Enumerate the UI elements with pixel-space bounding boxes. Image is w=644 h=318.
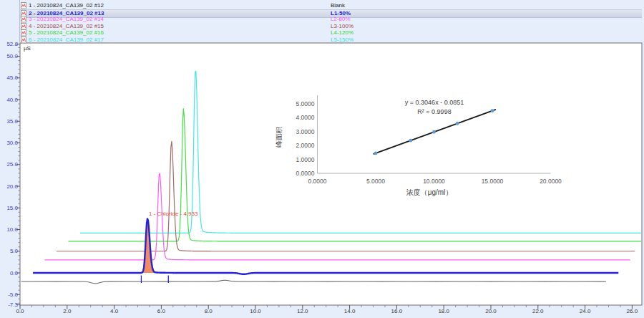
legend-level-label: L3-100%: [331, 23, 353, 30]
legend-injection-name: 5 - 20210824_CA139_02 #16: [29, 29, 104, 37]
legend-injection-name: 4 - 20210824_CA139_02 #15: [29, 23, 104, 30]
chromatogram-plot[interactable]: [0, 0, 644, 318]
injection-chromatogram-icon: [21, 2, 27, 9]
y-axis-tick-label: 35.0: [0, 118, 18, 125]
y-axis-limit-label: -7.3: [0, 302, 18, 308]
legend-injection-name: 3 - 20210824_CA139_02 #14: [29, 16, 104, 23]
inset-x-tick-label: 15.0000: [474, 178, 510, 185]
inset-y-axis-title: 峰面积: [275, 105, 284, 170]
y-axis-tick-label: -5.0: [0, 292, 18, 298]
legend-level-label: L5-150%: [331, 37, 353, 44]
injection-legend: 1 - 20210824_CA139_02 #12Blank2 - 202108…: [0, 0, 644, 43]
x-axis-tick-label: 14.0: [339, 308, 361, 314]
legend-row-injection-5[interactable]: 5 - 20210824_CA139_02 #16L4-120%: [20, 29, 642, 37]
inset-x-tick-label: 10.0000: [416, 178, 452, 185]
injection-chromatogram-icon: [21, 29, 27, 37]
injection-chromatogram-icon: [21, 37, 27, 44]
inset-y-tick-label: 5.0000: [284, 100, 315, 107]
y-axis-tick-label: 10.0: [0, 226, 18, 233]
inset-y-tick-label: 1.0000: [284, 156, 315, 163]
inset-x-tick-label: 5.0000: [358, 178, 394, 185]
x-axis-tick-label: 16.0: [386, 308, 407, 314]
inset-y-tick-label: 2.0000: [284, 142, 315, 149]
y-axis-tick-label: 5.0: [0, 248, 18, 254]
injection-chromatogram-icon: [21, 23, 27, 30]
y-axis-tick-label: 0.0: [0, 270, 18, 276]
plot-area[interactable]: [20, 43, 642, 305]
inset-x-tick-label: 20.0000: [533, 178, 569, 185]
calibration-point: [432, 130, 436, 134]
x-axis-tick-label: 18.0: [433, 308, 454, 314]
legend-injection-name: 6 - 20210824_CA139_02 #17: [29, 37, 104, 44]
x-axis-tick-label: 6.0: [150, 308, 172, 314]
calibration-point: [374, 152, 378, 155]
y-axis-tick-label: 30.0: [0, 140, 18, 146]
x-axis-tick-label: 24.0: [575, 308, 596, 314]
inset-x-tick-label: 0.0000: [300, 178, 336, 185]
calibration-point: [456, 122, 459, 125]
y-axis-tick-label: 20.0: [0, 183, 18, 190]
x-axis-tick-label: 26.0: [621, 308, 643, 314]
legend-row-injection-1[interactable]: 1 - 20210824_CA139_02 #12Blank: [20, 2, 642, 9]
x-axis-tick-label: 22.0: [527, 308, 549, 314]
inset-x-axis-title: 浓度（μg/ml）: [372, 188, 487, 198]
trendline-r-squared: R² = 0.9998: [363, 108, 506, 115]
y-axis-tick-label: 50.0: [0, 53, 18, 59]
y-axis-tick-label: 15.0: [0, 205, 18, 211]
legend-level-label: L4-120%: [331, 29, 353, 37]
x-axis-tick-label: 8.0: [197, 308, 219, 314]
y-axis-unit-label: µS: [24, 45, 31, 52]
inset-y-tick-label: 4.0000: [284, 114, 315, 121]
y-axis-tick-label: 45.0: [0, 74, 18, 81]
x-axis-tick-label: 4.0: [104, 308, 125, 314]
y-axis-tick-label: 25.0: [0, 161, 18, 168]
inset-y-tick-label: 3.0000: [284, 128, 315, 135]
x-axis-tick-label: 10.0: [245, 308, 266, 314]
x-axis-tick-label: 2.0: [57, 308, 78, 314]
legend-injection-name: 1 - 20210824_CA139_02 #12: [29, 2, 104, 9]
injection-chromatogram-icon: [21, 16, 27, 23]
trendline-equation: y = 0.3046x - 0.0851: [363, 99, 506, 106]
peak-label: 1 - Chloride - 4.933: [149, 211, 197, 217]
inset-y-tick-label: 0.0000: [284, 170, 315, 177]
legend-row-injection-3[interactable]: 3 - 20210824_CA139_02 #14L2-80%: [20, 16, 642, 23]
legend-level-label: L2-80%: [331, 16, 351, 23]
x-axis-tick-label: 12.0: [292, 308, 313, 314]
legend-row-injection-6[interactable]: 6 - 20210824_CA139_02 #17L5-150%: [20, 37, 642, 44]
legend-level-label: Blank: [331, 2, 345, 9]
calibration-point: [409, 139, 413, 143]
legend-row-injection-4[interactable]: 4 - 20210824_CA139_02 #15L3-100%: [20, 23, 642, 30]
y-axis-tick-label: 40.0: [0, 97, 18, 103]
chromatography-workspace: 1 - 20210824_CA139_02 #12Blank2 - 202108…: [0, 0, 644, 318]
x-axis-tick-label: 0.0: [9, 308, 31, 314]
x-axis-tick-label: 20.0: [480, 308, 502, 314]
